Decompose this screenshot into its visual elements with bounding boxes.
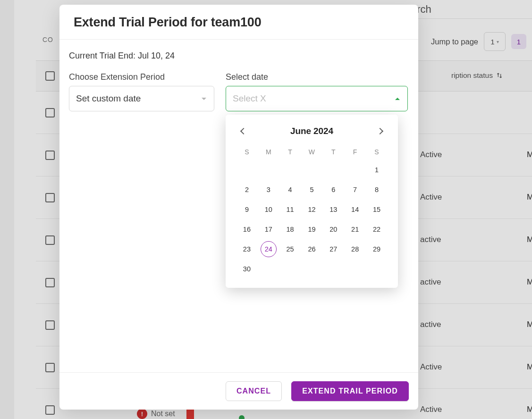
extension-period-select[interactable]: Set custom date	[69, 86, 214, 111]
calendar-empty-cell	[322, 160, 344, 180]
calendar-empty-cell	[279, 160, 301, 180]
cancel-button[interactable]: Cancel	[226, 381, 282, 401]
select-date-label: Select date	[226, 72, 408, 82]
calendar-day[interactable]: 6	[322, 180, 344, 200]
calendar-empty-cell	[322, 259, 344, 279]
calendar-grid: SMTWTFS 12345678910111213141516171819202…	[236, 144, 388, 279]
calendar-dow: S	[236, 144, 258, 160]
calendar-day[interactable]: 25	[279, 239, 301, 259]
calendar-day[interactable]: 3	[258, 180, 279, 200]
modal-header: Extend Trial Period for team100	[59, 5, 418, 40]
calendar-day[interactable]: 17	[258, 219, 279, 239]
datepicker-popover: June 2024 SMTWTFS 1234567891011121314151…	[226, 115, 398, 288]
current-trial-end: Current Trial End: Jul 10, 24	[69, 51, 409, 61]
calendar-day[interactable]: 9	[236, 200, 258, 219]
calendar-day[interactable]: 4	[279, 180, 301, 200]
chevron-right-icon	[377, 128, 383, 134]
calendar-day[interactable]: 11	[279, 200, 301, 219]
calendar-empty-cell	[258, 160, 279, 180]
calendar-day[interactable]: 5	[301, 180, 323, 200]
calendar-empty-cell	[344, 160, 366, 180]
calendar-day[interactable]: 10	[258, 200, 279, 219]
calendar-dow: F	[344, 144, 366, 160]
calendar-day[interactable]: 14	[344, 200, 366, 219]
calendar-dow: T	[279, 144, 301, 160]
extension-period-label: Choose Extension Period	[69, 72, 214, 82]
prev-month-button[interactable]	[236, 124, 251, 139]
extension-period-field: Choose Extension Period Set custom date	[69, 72, 214, 111]
calendar-day[interactable]: 8	[366, 180, 388, 200]
calendar-dow: W	[301, 144, 323, 160]
select-date-field: Select date Select X	[226, 72, 408, 111]
calendar-empty-cell	[236, 160, 258, 180]
calendar-empty-cell	[301, 259, 323, 279]
chevron-down-icon	[202, 98, 206, 100]
calendar-empty-cell	[344, 259, 366, 279]
calendar-day[interactable]: 16	[236, 219, 258, 239]
chevron-left-icon	[240, 128, 247, 134]
calendar-empty-cell	[279, 259, 301, 279]
calendar-day[interactable]: 28	[344, 239, 366, 259]
calendar-day[interactable]: 30	[236, 259, 258, 279]
calendar-day[interactable]: 13	[322, 200, 344, 219]
calendar-day[interactable]: 23	[236, 239, 258, 259]
calendar-day[interactable]: 27	[322, 239, 344, 259]
calendar-day[interactable]: 24	[258, 239, 279, 259]
calendar-day[interactable]: 12	[301, 200, 323, 219]
calendar-dow: T	[322, 144, 344, 160]
calendar-day[interactable]: 19	[301, 219, 323, 239]
calendar-day[interactable]: 7	[344, 180, 366, 200]
calendar-day[interactable]: 18	[279, 219, 301, 239]
calendar-day[interactable]: 29	[366, 239, 388, 259]
modal-title: Extend Trial Period for team100	[74, 15, 404, 30]
calendar-day[interactable]: 15	[366, 200, 388, 219]
calendar-dow: S	[366, 144, 388, 160]
next-month-button[interactable]	[372, 124, 388, 139]
calendar-day[interactable]: 1	[366, 160, 388, 180]
calendar-dow: M	[258, 144, 279, 160]
calendar-day[interactable]: 21	[344, 219, 366, 239]
calendar-day[interactable]: 26	[301, 239, 323, 259]
calendar-empty-cell	[301, 160, 323, 180]
calendar-month-label: June 2024	[290, 126, 333, 136]
calendar-day[interactable]: 22	[366, 219, 388, 239]
calendar-day[interactable]: 2	[236, 180, 258, 200]
modal-footer: Cancel Extend Trail Period	[59, 372, 418, 410]
select-date-input[interactable]: Select X	[226, 86, 408, 111]
calendar-empty-cell	[258, 259, 279, 279]
extension-period-value: Set custom date	[76, 93, 141, 104]
chevron-up-icon	[395, 98, 400, 100]
extend-trial-button[interactable]: Extend Trail Period	[291, 381, 409, 401]
select-date-placeholder: Select X	[233, 93, 266, 104]
calendar-empty-cell	[366, 259, 388, 279]
calendar-day[interactable]: 20	[322, 219, 344, 239]
